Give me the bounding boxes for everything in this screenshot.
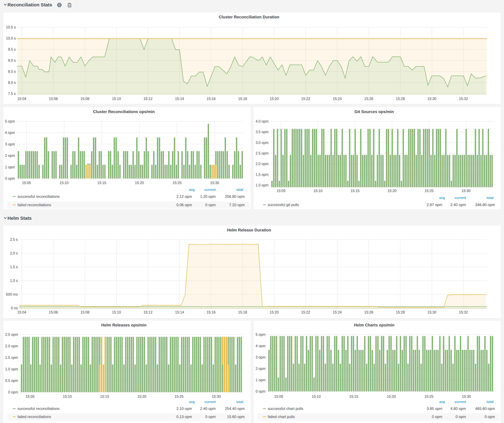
svg-text:15:30: 15:30 <box>427 310 436 314</box>
svg-text:avg: avg <box>189 400 195 404</box>
svg-text:8.0 s: 8.0 s <box>8 81 16 85</box>
svg-text:15:15: 15:15 <box>97 181 106 185</box>
svg-text:failed reconciliations: failed reconciliations <box>18 415 51 419</box>
svg-text:15:18: 15:18 <box>238 97 247 101</box>
svg-text:1.0 opm: 1.0 opm <box>256 183 269 187</box>
svg-text:4.0 opm: 4.0 opm <box>256 119 269 123</box>
svg-text:15:22: 15:22 <box>301 310 310 314</box>
svg-text:1.5 opm: 1.5 opm <box>256 173 269 177</box>
svg-text:15:30: 15:30 <box>212 394 221 399</box>
svg-text:15:10: 15:10 <box>63 394 72 399</box>
svg-text:0 ns: 0 ns <box>11 306 18 310</box>
svg-text:5 opm: 5 opm <box>5 119 15 123</box>
svg-text:15:15: 15:15 <box>349 394 358 399</box>
svg-text:7.20 opm: 7.20 opm <box>229 203 245 207</box>
svg-text:total: total <box>236 188 243 191</box>
svg-text:avg: avg <box>439 196 445 200</box>
svg-text:Reconciliation Stats: Reconciliation Stats <box>7 2 52 7</box>
svg-text:15:26: 15:26 <box>364 310 373 314</box>
svg-text:15:20: 15:20 <box>270 97 279 101</box>
svg-text:successful git pulls: successful git pulls <box>268 203 299 207</box>
svg-text:15:12: 15:12 <box>144 310 153 314</box>
svg-text:15:30: 15:30 <box>462 394 471 399</box>
svg-text:15:20: 15:20 <box>270 310 279 314</box>
svg-text:15:20: 15:20 <box>137 394 146 399</box>
svg-text:15:24: 15:24 <box>333 310 342 314</box>
svg-text:3.85 opm: 3.85 opm <box>427 406 442 411</box>
svg-text:2.5 opm: 2.5 opm <box>256 151 269 155</box>
svg-text:1.5 s: 1.5 s <box>10 265 18 269</box>
svg-text:15:08: 15:08 <box>80 97 90 101</box>
svg-text:avg: avg <box>189 188 195 191</box>
svg-text:4 opm: 4 opm <box>256 344 265 348</box>
svg-text:0 opm: 0 opm <box>205 415 216 419</box>
svg-text:15:14: 15:14 <box>175 97 184 101</box>
svg-text:15:25: 15:25 <box>174 394 184 399</box>
svg-text:Git Sources ops/min: Git Sources ops/min <box>354 109 394 114</box>
svg-text:1 opm: 1 opm <box>5 165 15 169</box>
svg-text:15:22: 15:22 <box>301 97 310 101</box>
svg-text:avg: avg <box>439 400 445 404</box>
svg-text:1.0 s: 1.0 s <box>10 279 18 283</box>
svg-text:15:32: 15:32 <box>459 310 468 314</box>
svg-text:15.60 opm: 15.60 opm <box>227 415 245 419</box>
svg-text:2.12 opm: 2.12 opm <box>176 194 192 199</box>
svg-text:15:10: 15:10 <box>312 394 321 399</box>
svg-text:9.5 s: 9.5 s <box>8 47 16 51</box>
svg-text:2.5 opm: 2.5 opm <box>5 333 18 337</box>
svg-text:Helm Releases ops/min: Helm Releases ops/min <box>101 323 146 327</box>
svg-text:failed chart pulls: failed chart pulls <box>268 415 295 419</box>
svg-text:8.5 s: 8.5 s <box>8 70 16 74</box>
svg-text:3.5 opm: 3.5 opm <box>256 130 269 134</box>
svg-text:15:10: 15:10 <box>60 181 69 185</box>
svg-text:3.0 opm: 3.0 opm <box>256 141 269 145</box>
svg-text:500 ms: 500 ms <box>6 292 18 296</box>
svg-text:total: total <box>236 400 243 404</box>
svg-text:10.5 s: 10.5 s <box>6 25 16 29</box>
svg-text:1.0 opm: 1.0 opm <box>5 367 18 371</box>
svg-text:current: current <box>455 400 466 404</box>
svg-text:15:30: 15:30 <box>427 97 436 101</box>
svg-text:current: current <box>204 400 216 404</box>
svg-text:15:05: 15:05 <box>22 181 31 185</box>
svg-text:15:25: 15:25 <box>425 189 433 193</box>
svg-text:15:30: 15:30 <box>462 189 471 193</box>
svg-text:2.0 opm: 2.0 opm <box>5 344 18 348</box>
svg-text:3 opm: 3 opm <box>5 142 15 146</box>
svg-text:15:16: 15:16 <box>207 310 216 314</box>
svg-text:15:06: 15:06 <box>49 310 58 314</box>
svg-text:15:20: 15:20 <box>135 181 144 185</box>
svg-text:1.5 opm: 1.5 opm <box>5 356 18 360</box>
svg-text:2.87 opm: 2.87 opm <box>427 203 442 207</box>
svg-text:15:05: 15:05 <box>274 394 283 399</box>
svg-text:15:32: 15:32 <box>459 97 468 101</box>
svg-text:15:25: 15:25 <box>424 394 433 399</box>
svg-text:256.80 opm: 256.80 opm <box>225 194 245 199</box>
svg-text:15:06: 15:06 <box>49 97 58 101</box>
svg-text:9.0 s: 9.0 s <box>8 59 16 62</box>
svg-text:15:18: 15:18 <box>238 310 247 314</box>
svg-text:15:05: 15:05 <box>25 394 35 399</box>
svg-text:0 opm: 0 opm <box>205 203 216 207</box>
svg-text:Cluster Reconciliation Duratio: Cluster Reconciliation Duration <box>219 15 279 19</box>
svg-text:4 opm: 4 opm <box>5 131 15 135</box>
svg-text:10.0 s: 10.0 s <box>6 36 16 40</box>
svg-text:current: current <box>204 188 216 191</box>
svg-text:0.06 opm: 0.06 opm <box>176 203 192 207</box>
svg-text:15:10: 15:10 <box>112 310 121 314</box>
svg-text:Helm Stats: Helm Stats <box>7 216 32 221</box>
svg-text:15:20: 15:20 <box>387 394 396 399</box>
svg-text:2 opm: 2 opm <box>5 153 15 158</box>
svg-text:0 opm: 0 opm <box>8 390 18 394</box>
svg-text:15:20: 15:20 <box>388 189 397 193</box>
svg-text:15:30: 15:30 <box>210 181 219 185</box>
svg-text:0 opm: 0 opm <box>256 389 265 394</box>
svg-text:15:10: 15:10 <box>313 189 323 193</box>
svg-text:successful reconciliations: successful reconciliations <box>18 194 60 199</box>
svg-text:2.10 opm: 2.10 opm <box>176 406 192 411</box>
svg-text:15:08: 15:08 <box>80 310 90 314</box>
svg-text:Helm Release Duration: Helm Release Duration <box>227 228 271 232</box>
svg-text:0 opm: 0 opm <box>485 415 495 419</box>
svg-text:2.40 opm: 2.40 opm <box>450 203 466 207</box>
svg-text:15:26: 15:26 <box>364 97 373 101</box>
